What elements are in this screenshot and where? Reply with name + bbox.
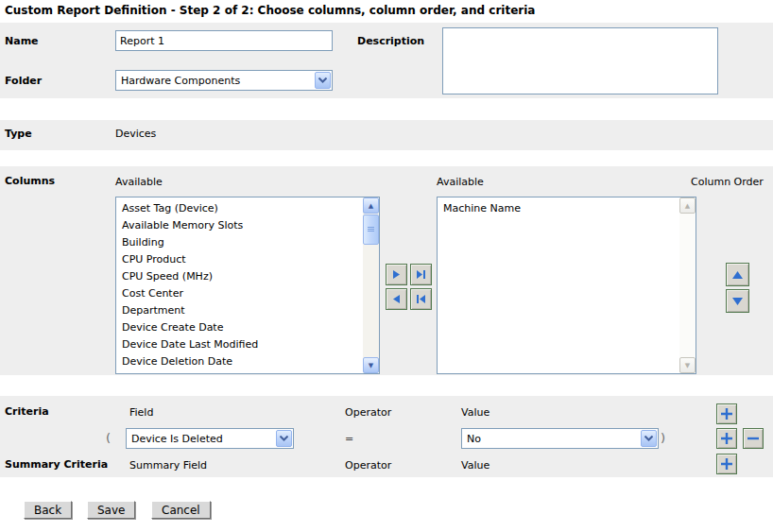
back-button[interactable]: Back (24, 501, 72, 519)
criteria-value-value: No (462, 433, 641, 445)
cancel-button[interactable]: Cancel (151, 501, 211, 519)
name-input[interactable] (115, 30, 333, 51)
operator-header: Operator (345, 406, 391, 419)
scroll-up-icon[interactable]: ▲ (363, 197, 379, 214)
columns-label: Columns (5, 175, 55, 187)
description-label: Description (357, 35, 424, 47)
summary-field-header: Summary Field (129, 459, 207, 472)
criteria-field-value: Device Is Deleted (127, 433, 276, 445)
available-columns-listbox[interactable]: Asset Tag (Device)Available Memory Slots… (115, 197, 380, 374)
criteria-operator-value: = (345, 433, 353, 445)
folder-select-value: Hardware Components (116, 75, 315, 87)
add-summary-criteria-button[interactable] (716, 454, 737, 474)
move-all-right-icon (416, 269, 426, 280)
column-order-up-button[interactable] (726, 263, 749, 286)
move-left-button[interactable] (386, 288, 407, 310)
type-label: Type (5, 128, 32, 140)
selected-columns-list: Machine Name (438, 197, 679, 373)
value-header: Value (461, 406, 490, 419)
minus-icon (747, 432, 760, 445)
scrollbar-track (679, 214, 696, 357)
page-title: Custom Report Definition - Step 2 of 2: … (5, 4, 535, 17)
list-item[interactable]: Cost Center (116, 285, 363, 302)
folder-select[interactable]: Hardware Components (115, 70, 333, 91)
close-paren: ) (661, 431, 665, 445)
move-right-button[interactable] (386, 264, 407, 285)
list-item[interactable]: Device Create Date (116, 319, 363, 336)
list-item[interactable]: Department (116, 302, 363, 319)
criteria-label: Criteria (5, 405, 49, 418)
add-criteria-button[interactable] (716, 403, 737, 424)
list-item[interactable]: Machine Name (438, 200, 679, 217)
description-textarea[interactable] (442, 27, 718, 94)
list-item[interactable]: CPU Product (116, 251, 363, 268)
criteria-field-select[interactable]: Device Is Deleted (126, 428, 294, 449)
remove-criteria-row-button[interactable] (743, 428, 764, 449)
move-all-right-button[interactable] (410, 264, 432, 285)
list-item[interactable]: Device Deletion Date (116, 353, 363, 370)
list-item[interactable]: Building (116, 234, 363, 251)
chevron-down-icon (276, 430, 292, 447)
chevron-down-icon (315, 72, 331, 89)
arrow-up-icon (731, 270, 744, 280)
plus-icon (720, 432, 733, 445)
field-header: Field (129, 406, 153, 419)
open-paren: ( (106, 431, 111, 445)
add-criteria-row-button[interactable] (716, 428, 737, 449)
scroll-down-icon[interactable]: ▼ (363, 357, 379, 373)
column-order-down-button[interactable] (726, 289, 749, 313)
list-item[interactable]: Device Date Last Modified (116, 336, 363, 353)
scroll-down-icon: ▼ (679, 357, 696, 373)
summary-operator-header: Operator (345, 459, 391, 472)
scrollbar-thumb[interactable] (363, 215, 379, 245)
list-item[interactable]: CPU Speed (MHz) (116, 268, 363, 285)
selected-columns-listbox[interactable]: Machine Name ▲ ▼ (437, 197, 696, 374)
name-label: Name (5, 35, 39, 47)
type-value: Devices (115, 128, 156, 140)
move-right-icon (391, 269, 402, 280)
available-left-header: Available (115, 176, 163, 188)
summary-value-header: Value (461, 459, 490, 472)
selected-columns-scrollbar: ▲ ▼ (679, 197, 696, 373)
move-all-left-icon (416, 294, 426, 304)
move-left-icon (391, 294, 402, 304)
scroll-up-icon: ▲ (679, 197, 696, 214)
folder-label: Folder (5, 75, 42, 87)
criteria-value-select[interactable]: No (461, 428, 659, 449)
move-all-left-button[interactable] (410, 288, 432, 310)
available-columns-scrollbar[interactable]: ▲ ▼ (363, 197, 379, 373)
plus-icon (720, 457, 733, 471)
save-button[interactable]: Save (87, 501, 135, 519)
available-columns-list: Asset Tag (Device)Available Memory Slots… (116, 197, 363, 373)
custom-report-definition-page: Custom Report Definition - Step 2 of 2: … (0, 0, 773, 532)
list-item[interactable]: Available Memory Slots (116, 217, 363, 234)
chevron-down-icon (641, 430, 657, 447)
summary-criteria-label: Summary Criteria (5, 458, 108, 471)
arrow-down-icon (731, 297, 744, 306)
list-item[interactable]: Asset Tag (Device) (116, 200, 363, 217)
available-right-header: Available (437, 176, 484, 188)
plus-icon (720, 407, 733, 420)
column-order-label: Column Order (691, 176, 764, 188)
scrollbar-track[interactable] (363, 245, 379, 357)
